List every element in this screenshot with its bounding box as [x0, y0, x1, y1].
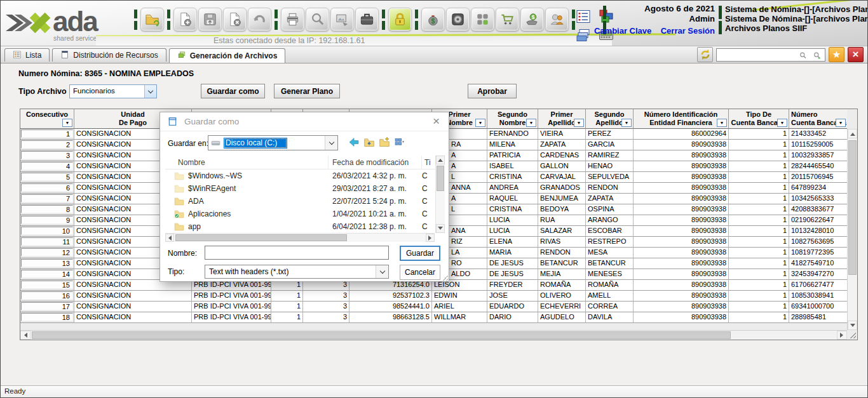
cell-numero-identificacion-entidad-financiera[interactable]: 890903938	[634, 280, 729, 291]
grid-vscrollbar[interactable]	[847, 129, 857, 330]
file-list-header-fecha[interactable]: Fecha de modificación	[329, 156, 422, 169]
vault-button[interactable]	[446, 8, 470, 31]
cell-consecutivo[interactable]: 10	[20, 226, 74, 237]
cell-segundo-nombre[interactable]: JOSE	[487, 291, 538, 302]
cart-button[interactable]	[496, 8, 519, 31]
cell-segundo-apellido[interactable]: GARCIA	[586, 140, 634, 150]
cell-primer-apellido[interactable]: CARDENAS	[538, 150, 586, 161]
cell-segundo-nombre[interactable]: PATRICIA	[487, 150, 538, 161]
hscroll-thumb[interactable]	[175, 234, 347, 241]
cell-numero-identificacion-entidad-financiera[interactable]: 890903938	[634, 226, 729, 237]
aprobar-button[interactable]: Aprobar	[468, 84, 517, 98]
cell-consecutivo[interactable]: 16	[20, 291, 74, 302]
cell-tipo-de-cuenta-bancaria[interactable]: 1	[729, 215, 789, 226]
cell-segundo-apellido[interactable]: BETANCUR	[586, 258, 634, 269]
cell-tipo-de-cuenta-bancaria[interactable]: 1	[729, 280, 789, 291]
cell-numero-cuenta-bancaria[interactable]: 69341000700	[789, 302, 847, 312]
filter-icon-tipo-de-cuenta-bancaria[interactable]: ▼	[777, 119, 787, 127]
cell-primer-apellido[interactable]: MEJIA	[538, 269, 586, 280]
cell-primer-nombre[interactable]: WILLMAR	[432, 312, 487, 323]
cell-tipo-de-cuenta-bancaria[interactable]: 1	[729, 194, 789, 204]
file-item[interactable]: app6/04/2021 12:38 p. m.C	[165, 220, 445, 233]
vscroll-thumb[interactable]	[848, 140, 857, 275]
cell-segundo-nombre[interactable]: ANDREA	[487, 183, 538, 194]
cell-tipo-b[interactable]: 1	[271, 291, 303, 302]
cell-segundo-nombre[interactable]: DARIO	[487, 312, 538, 323]
guardar-como-button[interactable]: Guardar como	[201, 84, 265, 98]
filter-icon-consecutivo[interactable]: ▼	[62, 119, 72, 127]
file-item[interactable]: $WinREAgent29/03/2021 8:27 a. m.C	[165, 182, 445, 195]
cell-unidad-de-pago[interactable]: CONSIGNACION	[74, 302, 192, 312]
cell-consecutivo[interactable]: 13	[20, 258, 74, 269]
scroll-up-button[interactable]	[436, 156, 445, 164]
tab-distribucion-de-recursos[interactable]: Distribución de Recursos	[52, 48, 166, 62]
save-in-combobox[interactable]: Disco local (C:)	[208, 135, 338, 150]
cell-tipo-de-cuenta-bancaria[interactable]: 1	[729, 258, 789, 269]
filter-icon-primer-apellido[interactable]: ▼	[574, 119, 584, 127]
cell-tipo-de-cuenta-bancaria[interactable]: 1	[729, 129, 789, 140]
cell-numero-d[interactable]: 98524441.0	[349, 302, 432, 312]
up-folder-icon[interactable]	[363, 136, 375, 150]
cancelar-button[interactable]: Cancelar	[400, 265, 440, 280]
cell-numero-identificacion-entidad-financiera[interactable]: 890903938	[634, 140, 729, 150]
cell-segundo-apellido[interactable]: HENAO	[586, 161, 634, 172]
hscroll-thumb[interactable]	[32, 331, 731, 339]
new-folder-icon[interactable]	[379, 136, 390, 150]
cell-tipo-de-cuenta-bancaria[interactable]: 1	[729, 237, 789, 248]
scroll-down-button[interactable]	[436, 224, 445, 233]
cell-numero-cuenta-bancaria[interactable]: 10819772395	[789, 248, 847, 258]
cell-consecutivo[interactable]: 14	[20, 269, 74, 280]
new-document-button[interactable]	[173, 8, 197, 31]
cell-tipo-de-cuenta-bancaria[interactable]: 1	[729, 291, 789, 302]
combo-dropdown-icon[interactable]	[144, 85, 156, 98]
cell-segundo-nombre[interactable]: LUCIA	[487, 215, 538, 226]
cell-tipo-de-cuenta-bancaria[interactable]: 1	[729, 161, 789, 172]
cell-segundo-apellido[interactable]: AMELL	[586, 291, 634, 302]
column-header-segundo-nombre[interactable]: Segundo Nombre▼	[487, 109, 538, 129]
cell-tipo-de-cuenta-bancaria[interactable]: 1	[729, 269, 789, 280]
cell-numero-cuenta-bancaria[interactable]: 10115259005	[789, 140, 847, 150]
cell-numero-d[interactable]: 92537102.3	[349, 291, 432, 302]
tipo-archivo-combobox[interactable]: Funcionarios	[69, 84, 157, 98]
cell-segundo-nombre[interactable]: MARIA	[487, 248, 538, 258]
cell-segundo-apellido[interactable]: RENDON	[586, 183, 634, 194]
cell-primer-apellido[interactable]: GRANADOS	[538, 183, 586, 194]
filename-input[interactable]	[205, 246, 389, 260]
export-image-button[interactable]	[330, 8, 354, 31]
generar-plano-button[interactable]: Generar Plano	[274, 84, 340, 98]
cell-numero-cuenta-bancaria[interactable]: 32453947270	[789, 269, 847, 280]
cell-numero-cuenta-bancaria[interactable]: 10853038941	[789, 291, 847, 302]
cell-numero-identificacion-entidad-financiera[interactable]: 890903938	[634, 150, 729, 161]
grid-hscrollbar[interactable]	[20, 330, 847, 340]
cell-unidad-de-pago[interactable]: CONSIGNACION	[74, 312, 192, 323]
cell-segundo-apellido[interactable]: ESCOBAR	[586, 226, 634, 237]
filter-icon-segundo-nombre[interactable]: ▼	[526, 119, 536, 127]
cell-primer-apellido[interactable]: BEDOYA	[538, 204, 586, 215]
cell-segundo-nombre[interactable]: FERNANDO	[487, 129, 538, 140]
cell-numero-cuenta-bancaria[interactable]: 02190622647	[789, 215, 847, 226]
resize-grip[interactable]	[847, 330, 857, 340]
cell-segundo-nombre[interactable]: LUCIA	[487, 226, 538, 237]
hand-money-button[interactable]: $	[520, 8, 544, 31]
cell-numero-cuenta-bancaria[interactable]: 41827549710	[789, 258, 847, 269]
delete-document-button[interactable]	[223, 8, 247, 31]
cell-consecutivo[interactable]: 11	[20, 237, 74, 248]
cell-primer-apellido[interactable]: AGUDELO	[538, 312, 586, 323]
scroll-up-button[interactable]	[848, 129, 857, 138]
cell-consecutivo[interactable]: 5	[20, 172, 74, 183]
scroll-right-button[interactable]	[426, 234, 435, 242]
filter-icon-segundo-apellido[interactable]: ▼	[621, 119, 632, 127]
cell-primer-apellido[interactable]: BENJUMEA	[538, 194, 586, 204]
cell-segundo-apellido[interactable]: SEPULVEDA	[586, 172, 634, 183]
file-list-hscrollbar[interactable]	[165, 233, 435, 242]
column-header-tipo-de-cuenta-bancaria[interactable]: Tipo De Cuenta Bancaria▼	[729, 109, 789, 129]
cell-tipo-de-cuenta-bancaria[interactable]: 1	[729, 183, 789, 194]
filter-icon-numero-cuenta-bancaria[interactable]: ▼	[836, 119, 846, 127]
cell-primer-apellido[interactable]: BETANCUR	[538, 258, 586, 269]
cell-segundo-apellido[interactable]: ZAPATA	[586, 194, 634, 204]
combo-dropdown-icon[interactable]	[325, 136, 337, 150]
cell-consecutivo[interactable]: 1	[20, 129, 74, 140]
cell-segundo-apellido[interactable]: ROMAÑA	[586, 280, 634, 291]
search-next-icon[interactable]	[813, 51, 821, 62]
cell-segundo-apellido[interactable]: PEREZ	[586, 129, 634, 140]
